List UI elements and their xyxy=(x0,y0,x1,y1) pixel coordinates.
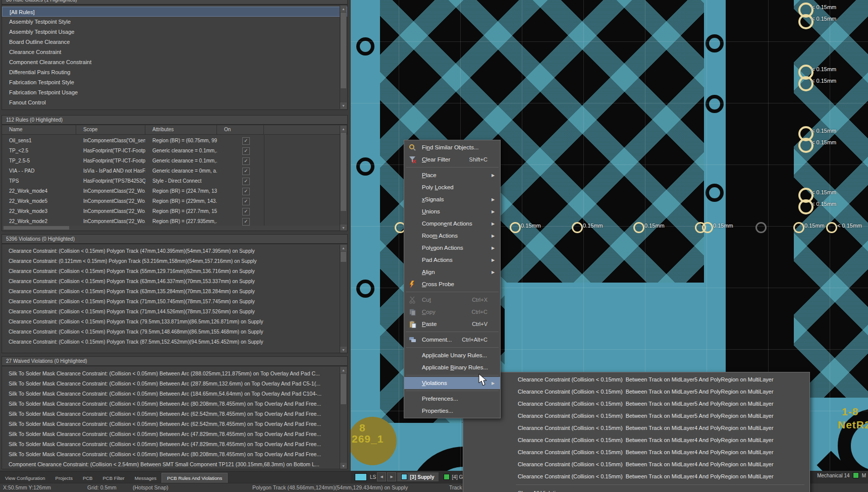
rule-class-item[interactable]: Clearance Constraint xyxy=(2,47,347,57)
rule-class-item[interactable]: Differential Pairs Routing xyxy=(2,67,347,77)
violation-item[interactable]: Clearance Constraint: (Collision < 0.15m… xyxy=(2,317,347,327)
scroll-down-icon[interactable]: ▼ xyxy=(340,347,347,353)
rule-row[interactable]: 22_Work_mode2InComponentClass('22_Wo...R… xyxy=(2,216,347,227)
submenu-violation-item[interactable]: Clearance Constraint (Collision < 0.15mm… xyxy=(463,398,809,410)
rule-class-item[interactable]: Assembly Testpoint Usage xyxy=(2,27,347,37)
menu-item-comment[interactable]: Comment...Ctrl+Alt+C xyxy=(404,334,500,346)
menu-item-unions[interactable]: Unions▶ xyxy=(404,205,500,217)
violation-item[interactable]: Clearance Constraint: (Collision < 0.15m… xyxy=(2,277,347,287)
violation-item[interactable]: Clearance Constraint: (Collision < 0.15m… xyxy=(2,287,347,297)
scroll-up-icon[interactable]: ▲ xyxy=(340,367,347,373)
menu-item-xsignals[interactable]: xSignals▶ xyxy=(404,193,500,205)
rule-class-item[interactable]: Component Clearance Constraint xyxy=(2,57,347,67)
rule-class-item[interactable]: Fanout Control xyxy=(2,97,347,107)
violation-item[interactable]: Clearance Constraint: (Collision < 0.15m… xyxy=(2,246,347,256)
submenu-violation-item[interactable]: Clearance Constraint (Collision < 0.15mm… xyxy=(463,434,809,446)
column-attributes[interactable]: Attributes xyxy=(145,125,217,134)
violation-item[interactable]: Clearance Constraint: (0.121mm < 0.15mm)… xyxy=(2,256,347,266)
menu-item-paste[interactable]: PasteCtrl+V xyxy=(404,318,500,330)
rule-enabled-checkbox[interactable]: ✓ xyxy=(242,208,250,215)
menu-item-properties[interactable]: Properties... xyxy=(404,405,500,417)
menu-item-preferences[interactable]: Preferences... xyxy=(404,393,500,405)
column-on[interactable]: On xyxy=(217,125,264,134)
menu-item-align[interactable]: Align▶ xyxy=(404,266,500,278)
tab-projects[interactable]: Projects xyxy=(50,473,78,483)
layer-tab[interactable]: [3] Supply xyxy=(397,472,438,481)
rule-enabled-checkbox[interactable]: ✓ xyxy=(242,198,250,205)
column-scope[interactable]: Scope xyxy=(76,125,145,134)
waived-violation-item[interactable]: Silk To Solder Mask Clearance Constraint… xyxy=(2,399,347,409)
scroll-down-icon[interactable]: ▼ xyxy=(340,225,347,231)
waived-violation-item[interactable]: Silk To Solder Mask Clearance Constraint… xyxy=(2,368,347,378)
layer-tab-partial[interactable]: M xyxy=(862,473,866,478)
prev-layer-button[interactable]: ◀ xyxy=(377,472,386,481)
menu-item-copy[interactable]: CopyCtrl+C xyxy=(404,306,500,318)
submenu-violation-item[interactable]: Clearance Constraint (Collision < 0.15mm… xyxy=(463,373,809,386)
show-all-violations-item[interactable]: Show All Violations... xyxy=(463,487,809,492)
rule-enabled-checkbox[interactable]: ✓ xyxy=(242,178,250,185)
menu-item-applicable-unary-rules[interactable]: Applicable Unary Rules... xyxy=(404,349,500,361)
menu-item-polygon-actions[interactable]: Polygon Actions▶ xyxy=(404,242,500,254)
violation-item[interactable]: Clearance Constraint: (Collision < 0.15m… xyxy=(2,307,347,317)
rule-row[interactable]: Oil_sens1InComponentClass('Oil_sen...Reg… xyxy=(2,136,347,146)
scrollbar[interactable]: ▲ ▼ xyxy=(340,126,347,231)
rule-class-item[interactable]: Fabrication Testpoint Usage xyxy=(2,87,347,97)
tab-pcb-filter[interactable]: PCB Filter xyxy=(97,473,129,483)
tab-view-configuration[interactable]: View Configuration xyxy=(0,473,50,483)
waived-violation-item[interactable]: Silk To Solder Mask Clearance Constraint… xyxy=(2,378,347,389)
rule-enabled-checkbox[interactable]: ✓ xyxy=(242,147,250,155)
rule-class-item[interactable]: [All Rules] xyxy=(2,7,347,17)
rule-enabled-checkbox[interactable]: ✓ xyxy=(242,137,250,145)
rule-row[interactable]: VIA - - PADIsVia - IsPad AND not HasF...… xyxy=(2,166,347,176)
scroll-up-icon[interactable]: ▲ xyxy=(340,245,347,251)
scroll-thumb[interactable] xyxy=(341,252,346,262)
submenu-violation-item[interactable]: Clearance Constraint (Collision < 0.15mm… xyxy=(463,386,809,398)
scroll-up-icon[interactable]: ▲ xyxy=(340,126,347,132)
waived-violation-item[interactable]: Component Clearance Constraint: (Collisi… xyxy=(2,459,347,469)
waived-violation-item[interactable]: Silk To Solder Mask Clearance Constraint… xyxy=(2,389,347,399)
submenu-violation-item[interactable]: Clearance Constraint (Collision < 0.15mm… xyxy=(463,458,809,470)
menu-item-cross-probe[interactable]: Cross Probe xyxy=(404,278,500,290)
rule-enabled-checkbox[interactable]: ✓ xyxy=(242,168,250,175)
rule-row[interactable]: 22_Work_mode4InComponentClass('22_Wo...R… xyxy=(2,186,347,196)
scroll-thumb[interactable] xyxy=(341,133,346,211)
submenu-violation-item[interactable]: Clearance Constraint (Collision < 0.15mm… xyxy=(463,446,809,458)
next-layer-button[interactable]: ▶ xyxy=(387,472,396,481)
menu-item-applicable-binary-rules[interactable]: Applicable Binary Rules... xyxy=(404,361,500,373)
waived-violation-item[interactable]: Silk To Solder Mask Clearance Constraint… xyxy=(2,439,347,449)
violation-item[interactable]: Clearance Constraint: (Collision < 0.15m… xyxy=(2,327,347,337)
scroll-up-icon[interactable]: ▲ xyxy=(340,6,347,12)
menu-item-cut[interactable]: CutCtrl+X xyxy=(404,294,500,306)
h-scrollbar[interactable] xyxy=(3,226,340,230)
layer-tab-mechanical14[interactable]: Mechanical 14 xyxy=(817,473,849,478)
submenu-violation-item[interactable]: Clearance Constraint (Collision < 0.15mm… xyxy=(463,422,809,434)
violation-item[interactable]: Clearance Constraint: (Collision < 0.15m… xyxy=(2,297,347,307)
rule-class-item[interactable]: Fabrication Testpoint Style xyxy=(2,77,347,87)
menu-item-poly-locked[interactable]: Poly Locked xyxy=(404,181,500,193)
violation-item[interactable]: Clearance Constraint: (Collision < 0.15m… xyxy=(2,266,347,277)
scrollbar[interactable]: ▲ ▼ xyxy=(340,245,347,353)
submenu-violation-item[interactable]: Clearance Constraint (Collision < 0.15mm… xyxy=(463,410,809,422)
rule-row[interactable]: TPSHasFootprint('TPS7B4253Q...Style - Di… xyxy=(2,176,347,186)
tab-messages[interactable]: Messages xyxy=(130,473,161,483)
layer-set-label[interactable]: LS xyxy=(370,474,376,480)
submenu-violation-item[interactable]: Clearance Constraint (Collision < 0.15mm… xyxy=(463,470,809,482)
tab-pcb-rules-and-violations[interactable]: PCB Rules And Violations xyxy=(161,473,228,483)
violation-item[interactable]: Clearance Constraint: (Collision < 0.15m… xyxy=(2,337,347,347)
menu-item-clear-filter[interactable]: Clear FilterShift+C xyxy=(404,153,500,166)
waived-violation-item[interactable]: Silk To Solder Mask Clearance Constraint… xyxy=(2,409,347,419)
scrollbar[interactable]: ▲ ▼ xyxy=(340,6,347,109)
rule-enabled-checkbox[interactable]: ✓ xyxy=(242,157,250,165)
rule-row[interactable]: TP_<2.5HasFootprint('TP-ICT-Footp...Gene… xyxy=(2,146,347,156)
waived-violation-item[interactable]: Silk To Solder Mask Clearance Constraint… xyxy=(2,449,347,459)
rule-enabled-checkbox[interactable]: ✓ xyxy=(242,218,250,226)
menu-item-place[interactable]: Place▶ xyxy=(404,169,500,181)
waived-violation-item[interactable]: Silk To Solder Mask Clearance Constraint… xyxy=(2,419,347,429)
waived-violation-item[interactable]: Silk To Solder Mask Clearance Constraint… xyxy=(2,429,347,439)
scroll-thumb[interactable] xyxy=(341,13,346,88)
scroll-thumb[interactable] xyxy=(341,374,346,404)
rule-enabled-checkbox[interactable]: ✓ xyxy=(242,188,250,195)
scrollbar[interactable]: ▲ ▼ xyxy=(340,367,347,469)
menu-item-find-similar-objects[interactable]: Find Similar Objects... xyxy=(404,141,500,153)
rule-row[interactable]: 22_Work_mode3InComponentClass('22_Wo...R… xyxy=(2,206,347,216)
